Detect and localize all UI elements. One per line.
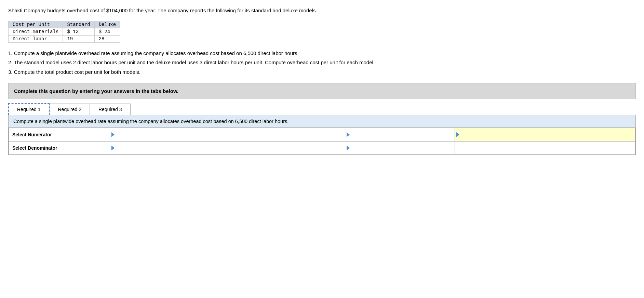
numerator-label: Select Numerator (9, 128, 110, 141)
cost-row2-standard: 19 (63, 35, 94, 42)
cost-header-label: Cost per Unit (9, 21, 63, 28)
cost-row2-deluxe: 28 (94, 35, 120, 42)
question-2: 2. The standard model uses 2 direct labo… (8, 58, 636, 67)
cost-row1-standard: $ 13 (63, 28, 94, 35)
questions: 1. Compute a single plantwide overhead r… (8, 49, 636, 77)
cost-row2-label: Direct labor (9, 35, 63, 42)
tab-required-3[interactable]: Required 3 (90, 104, 131, 115)
cost-row1-deluxe: $ 24 (94, 28, 120, 35)
tab-required-1[interactable]: Required 1 (8, 103, 50, 115)
numerator-cell-1[interactable] (110, 128, 345, 141)
numerator-cell-3[interactable] (455, 128, 635, 141)
tabs-container: Required 1 Required 2 Required 3 Compute… (8, 103, 636, 155)
tab-required-3-label: Required 3 (98, 107, 122, 112)
answer-table: Select Numerator (9, 128, 635, 155)
numerator-triangle-1 (111, 132, 115, 137)
numerator-input-1[interactable] (116, 128, 345, 141)
tabs-row: Required 1 Required 2 Required 3 (8, 103, 636, 115)
denominator-triangle-1 (111, 146, 115, 150)
numerator-row: Select Numerator (9, 128, 635, 141)
cost-header-deluxe: Deluxe (94, 21, 120, 28)
cost-header-standard: Standard (63, 21, 94, 28)
tab-description: Compute a single plantwide overhead rate… (9, 115, 635, 128)
instruction-text: Complete this question by entering your … (14, 88, 178, 94)
question-3: 3. Compute the total product cost per un… (8, 68, 636, 77)
denominator-input-2[interactable] (351, 141, 455, 154)
denominator-row: Select Denominator (9, 141, 635, 155)
tab-required-2[interactable]: Required 2 (50, 104, 90, 115)
cost-table: Cost per Unit Standard Deluxe Direct mat… (8, 21, 120, 43)
numerator-cell-2[interactable] (345, 128, 455, 141)
denominator-input-1[interactable] (116, 141, 345, 154)
numerator-input-3[interactable] (461, 128, 635, 141)
tab-required-1-label: Required 1 (17, 107, 41, 112)
denominator-cell-3[interactable] (455, 141, 635, 155)
tab-content: Compute a single plantwide overhead rate… (8, 115, 636, 155)
instruction-banner: Complete this question by entering your … (8, 83, 636, 99)
tab-required-2-label: Required 2 (58, 107, 82, 112)
intro-text: Shakti Company budgets overhead cost of … (8, 7, 636, 15)
question-1: 1. Compute a single plantwide overhead r… (8, 49, 636, 58)
numerator-input-2[interactable] (351, 128, 455, 141)
tab-description-text: Compute a single plantwide overhead rate… (13, 119, 289, 124)
numerator-triangle-2 (347, 132, 350, 137)
denominator-label: Select Denominator (9, 141, 110, 155)
denominator-triangle-2 (347, 146, 350, 150)
denominator-input-3[interactable] (456, 141, 635, 154)
numerator-triangle-3 (456, 132, 459, 137)
denominator-cell-2[interactable] (345, 141, 455, 155)
cost-row1-label: Direct materials (9, 28, 63, 35)
denominator-cell-1[interactable] (110, 141, 345, 155)
